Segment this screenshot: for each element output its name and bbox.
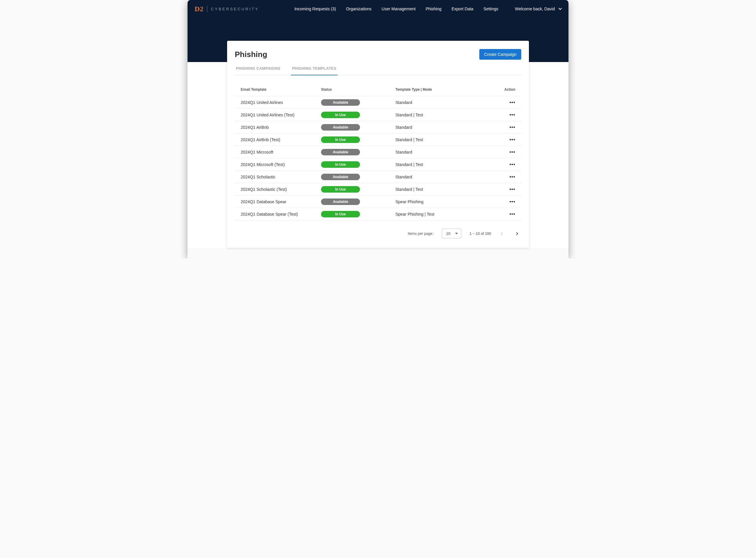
status-badge: In Use [321, 136, 360, 143]
cell-status: In Use [321, 161, 395, 168]
cell-template-type: Standard [395, 100, 498, 105]
cell-email-template: 2024Q1 Database Spear [241, 199, 321, 204]
cell-status: Available [321, 149, 395, 155]
nav-export-data[interactable]: Export Data [451, 6, 473, 11]
chevron-down-icon [558, 6, 562, 10]
user-menu[interactable]: Welcome back, David [515, 6, 562, 11]
status-badge: In Use [321, 186, 360, 193]
row-actions-menu-button[interactable]: ••• [510, 137, 515, 142]
status-badge: Available [321, 99, 360, 106]
chevron-right-icon [515, 232, 518, 235]
cell-template-type: Standard [395, 175, 498, 179]
status-badge: Available [321, 149, 360, 155]
row-actions-menu-button[interactable]: ••• [510, 211, 515, 217]
page-arrows [499, 231, 519, 237]
app-window: D2 CYBERSECURITY Incoming Requests (3) O… [187, 0, 569, 258]
navbar: D2 CYBERSECURITY Incoming Requests (3) O… [187, 0, 569, 18]
header-action: Action [498, 87, 515, 92]
chevron-left-icon [500, 232, 504, 235]
cell-action: ••• [498, 211, 515, 217]
cell-action: ••• [498, 174, 515, 180]
create-campaign-button[interactable]: Create Campaign [479, 49, 521, 60]
bottom-space [187, 248, 569, 258]
prev-page-button[interactable] [499, 231, 505, 237]
tab-phishing-campaigns[interactable]: PHISHING CAMPAIGNS [235, 66, 282, 75]
header-status: Status [321, 87, 395, 92]
table-header-row: Email Template Status Template Type | Mo… [235, 83, 521, 96]
nav-organizations[interactable]: Organizations [346, 6, 371, 11]
row-actions-menu-button[interactable]: ••• [510, 187, 515, 192]
paginator: Items per page: 10 1 – 10 of 100 [235, 220, 521, 245]
card-header: Phishing Create Campaign [235, 49, 521, 60]
cell-email-template: 2024Q1 Microsoft [241, 150, 321, 154]
cell-action: ••• [498, 125, 515, 130]
cell-email-template: 2024Q1 AirBnb (Test) [241, 137, 321, 142]
tabs: PHISHING CAMPAIGNS PHISHING TEMPLATES [235, 66, 521, 75]
row-actions-menu-button[interactable]: ••• [510, 150, 515, 154]
nav-links: Incoming Requests (3) Organizations User… [294, 6, 498, 11]
status-badge: Available [321, 199, 360, 205]
table-row: 2024Q1 United Airlines (Test)In UseStand… [235, 108, 521, 121]
templates-table: Email Template Status Template Type | Mo… [235, 83, 521, 220]
cell-action: ••• [498, 150, 515, 155]
content-card: Phishing Create Campaign PHISHING CAMPAI… [227, 41, 529, 248]
cell-action: ••• [498, 187, 515, 192]
cell-status: In Use [321, 112, 395, 118]
cell-email-template: 2024Q1 United Airlines (Test) [241, 112, 321, 117]
table-row: 2024Q1 AirBnbAvailableStandard••• [235, 121, 521, 133]
cell-status: In Use [321, 186, 395, 193]
cell-status: In Use [321, 211, 395, 218]
status-badge: In Use [321, 211, 360, 218]
cell-action: ••• [498, 199, 515, 204]
cell-email-template: 2024Q1 Scholastic (Test) [241, 187, 321, 192]
page-size-value: 10 [446, 231, 450, 236]
row-actions-menu-button[interactable]: ••• [510, 162, 515, 167]
page-range: 1 – 10 of 100 [470, 232, 491, 236]
row-actions-menu-button[interactable]: ••• [510, 112, 515, 117]
cell-status: Available [321, 199, 395, 205]
cell-template-type: Standard | Test [395, 112, 498, 117]
nav-phishing[interactable]: Phishing [425, 6, 442, 11]
status-badge: In Use [321, 161, 360, 168]
tab-phishing-templates[interactable]: PHISHING TEMPLATES [291, 66, 338, 75]
cell-email-template: 2024Q1 AirBnb [241, 125, 321, 130]
table-row: 2024Q1 MicrosoftAvailableStandard••• [235, 146, 521, 158]
brand[interactable]: D2 CYBERSECURITY [194, 5, 259, 13]
cell-template-type: Spear Phishing | Test [395, 212, 498, 217]
row-actions-menu-button[interactable]: ••• [510, 174, 515, 179]
status-badge: In Use [321, 112, 360, 118]
cell-email-template: 2024Q1 Microsoft (Test) [241, 162, 321, 167]
brand-cyber: CYBERSECURITY [211, 7, 259, 11]
table-row: 2024Q1 United AirlinesAvailableStandard•… [235, 96, 521, 108]
cell-template-type: Standard | Test [395, 162, 498, 167]
page-size-select[interactable]: 10 [442, 229, 461, 238]
cell-email-template: 2024Q1 United Airlines [241, 100, 321, 105]
nav-user-management[interactable]: User Management [382, 6, 416, 11]
cell-template-type: Standard | Test [395, 137, 498, 142]
cell-email-template: 2024Q1 Database Spear (Test) [241, 212, 321, 217]
status-badge: Available [321, 124, 360, 131]
header-template-type: Template Type | Mode [395, 87, 498, 92]
cell-action: ••• [498, 137, 515, 143]
table-row: 2024Q1 Scholastic (Test)In UseStandard |… [235, 183, 521, 195]
cell-status: In Use [321, 136, 395, 143]
table-row: 2024Q1 AirBnb (Test)In UseStandard | Tes… [235, 133, 521, 146]
row-actions-menu-button[interactable]: ••• [510, 199, 515, 204]
cell-template-type: Standard [395, 125, 498, 130]
cell-status: Available [321, 174, 395, 180]
welcome-text: Welcome back, David [515, 6, 555, 11]
row-actions-menu-button[interactable]: ••• [510, 100, 515, 105]
caret-down-icon [455, 233, 458, 234]
brand-separator [207, 6, 207, 12]
cell-status: Available [321, 124, 395, 131]
cell-action: ••• [498, 162, 515, 167]
page-title: Phishing [235, 50, 267, 59]
items-per-page-label: Items per page: [408, 232, 434, 236]
next-page-button[interactable] [514, 231, 519, 237]
cell-email-template: 2024Q1 Scholastic [241, 175, 321, 179]
cell-status: Available [321, 99, 395, 106]
nav-incoming-requests[interactable]: Incoming Requests (3) [294, 6, 336, 11]
row-actions-menu-button[interactable]: ••• [510, 125, 515, 130]
nav-settings[interactable]: Settings [484, 6, 498, 11]
table-row: 2024Q1 Microsoft (Test)In UseStandard | … [235, 158, 521, 171]
